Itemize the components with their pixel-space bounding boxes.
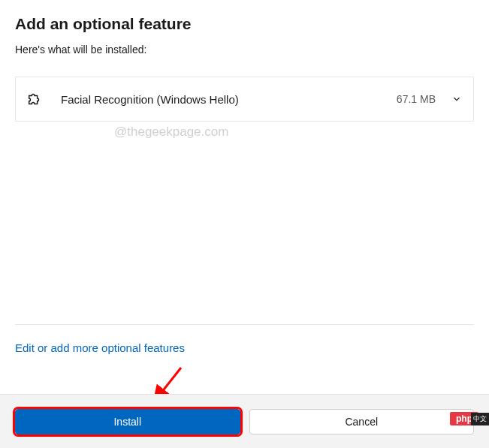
feature-size: 67.1 MB bbox=[397, 93, 436, 105]
install-subtitle: Here's what will be installed: bbox=[15, 44, 474, 56]
edit-features-link[interactable]: Edit or add more optional features bbox=[15, 341, 185, 354]
divider bbox=[15, 324, 474, 325]
button-bar: Install Cancel bbox=[0, 394, 489, 448]
feature-name: Facial Recognition (Windows Hello) bbox=[61, 93, 397, 106]
install-button[interactable]: Install bbox=[15, 409, 240, 434]
feature-row[interactable]: Facial Recognition (Windows Hello) 67.1 … bbox=[15, 77, 474, 122]
page-title: Add an optional feature bbox=[15, 15, 474, 33]
watermark-text: @thegeekpage.com bbox=[114, 125, 228, 140]
cancel-button[interactable]: Cancel bbox=[249, 409, 475, 434]
feature-list: Facial Recognition (Windows Hello) 67.1 … bbox=[15, 77, 474, 122]
puzzle-icon bbox=[26, 91, 43, 107]
chevron-down-icon[interactable] bbox=[451, 93, 463, 105]
